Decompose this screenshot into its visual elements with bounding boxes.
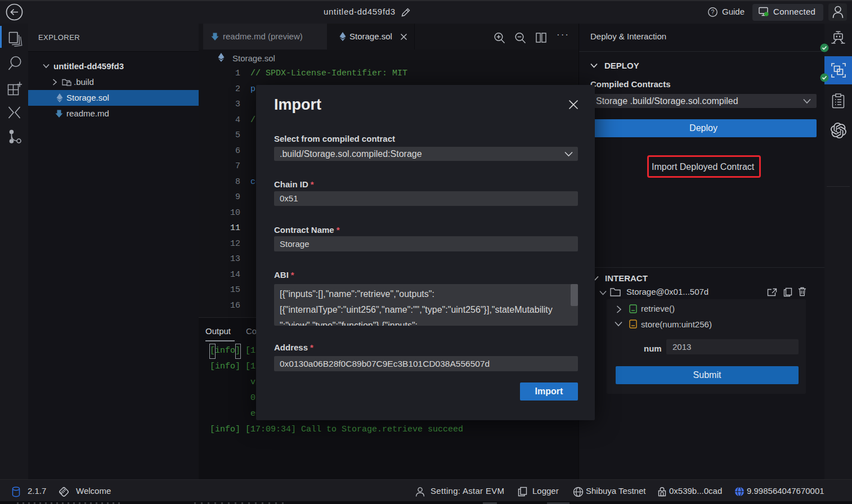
svg-text:?: ?: [711, 8, 715, 15]
